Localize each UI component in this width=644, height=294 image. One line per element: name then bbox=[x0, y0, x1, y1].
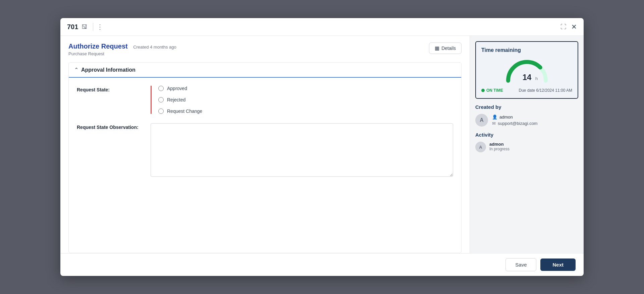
radio-approved-input[interactable] bbox=[158, 86, 164, 91]
radio-request-change[interactable]: Request Change bbox=[158, 108, 453, 114]
observation-value bbox=[151, 123, 453, 178]
form-fields: Request State: Approved Rejec bbox=[69, 78, 461, 196]
radio-approved[interactable]: Approved bbox=[158, 86, 453, 91]
form-scroll-area: ⌃ Approval Information Request State: bbox=[68, 62, 462, 253]
creator-email: support@bizagi.com bbox=[498, 121, 538, 126]
activity-title: Activity bbox=[475, 132, 578, 138]
created-by-section: Created by A 👤 admon ✉ support@bizagi.co… bbox=[470, 104, 584, 132]
details-button[interactable]: ▦ Details bbox=[429, 43, 462, 54]
section-header: ⌃ Approval Information bbox=[69, 63, 461, 78]
creator-row: A 👤 admon ✉ support@bizagi.com bbox=[475, 114, 578, 127]
radio-rejected-label: Rejected bbox=[167, 97, 185, 102]
creator-name-row: 👤 admon bbox=[492, 115, 538, 120]
svg-text:h: h bbox=[535, 76, 538, 81]
svg-text:14: 14 bbox=[522, 73, 531, 82]
creator-email-row: ✉ support@bizagi.com bbox=[492, 121, 538, 126]
activity-status: In progress bbox=[489, 147, 509, 151]
gauge-svg: 14 h bbox=[503, 57, 550, 84]
radio-request-change-label: Request Change bbox=[167, 108, 202, 114]
observation-label: Request State Observation: bbox=[77, 123, 151, 130]
save-button[interactable]: Save bbox=[505, 258, 536, 271]
header-action-icons: ⛶ ✕ bbox=[560, 23, 577, 31]
header-divider bbox=[93, 23, 93, 31]
radio-request-change-input[interactable] bbox=[158, 108, 164, 114]
modal-dialog: 701 🖫 ⋮ ⛶ ✕ Authorize Request Created 4 … bbox=[60, 18, 584, 276]
user-icon: 👤 bbox=[492, 115, 497, 120]
gauge-container: 14 h bbox=[481, 57, 572, 84]
activity-avatar: A bbox=[475, 142, 486, 152]
modal-body: Authorize Request Created 4 months ago P… bbox=[60, 36, 584, 253]
on-time-dot bbox=[481, 89, 485, 92]
details-grid-icon: ▦ bbox=[435, 45, 439, 51]
time-remaining-card: Time remaining 14 h bbox=[475, 41, 578, 99]
right-sidebar: Time remaining 14 h bbox=[470, 36, 584, 253]
request-state-value: Approved Rejected Request Change bbox=[151, 86, 453, 114]
next-button[interactable]: Next bbox=[540, 259, 576, 271]
radio-rejected-input[interactable] bbox=[158, 97, 164, 102]
radio-approved-label: Approved bbox=[167, 86, 187, 91]
activity-section: Activity A admon In progress bbox=[470, 132, 584, 152]
section-title: Approval Information bbox=[81, 67, 136, 73]
task-subtitle: Purchase Request bbox=[68, 51, 176, 56]
main-content: Authorize Request Created 4 months ago P… bbox=[60, 36, 470, 253]
save-disk-icon[interactable]: 🖫 bbox=[82, 23, 88, 30]
modal-overlay: 701 🖫 ⋮ ⛶ ✕ Authorize Request Created 4 … bbox=[0, 0, 644, 294]
activity-info: admon In progress bbox=[489, 142, 509, 151]
activity-name: admon bbox=[489, 142, 509, 147]
created-by-title: Created by bbox=[475, 104, 578, 110]
task-title-row: Authorize Request Created 4 months ago P… bbox=[68, 43, 462, 56]
on-time-label: ON TIME bbox=[486, 88, 503, 93]
time-status-row: ON TIME Due date 6/12/2024 11:00 AM bbox=[481, 88, 572, 93]
creator-name: admon bbox=[499, 115, 513, 120]
due-date-text: Due date 6/12/2024 11:00 AM bbox=[519, 88, 572, 93]
observation-field-row: Request State Observation: bbox=[77, 123, 453, 178]
task-created: Created 4 months ago bbox=[133, 45, 176, 50]
on-time-badge: ON TIME bbox=[481, 88, 503, 93]
email-icon: ✉ bbox=[492, 121, 496, 126]
section-toggle-icon[interactable]: ⌃ bbox=[74, 67, 78, 73]
maximize-icon[interactable]: ⛶ bbox=[560, 23, 567, 30]
task-title: Authorize Request bbox=[68, 43, 128, 50]
creator-avatar: A bbox=[475, 114, 488, 127]
observation-textarea[interactable] bbox=[151, 123, 453, 177]
modal-header: 701 🖫 ⋮ ⛶ ✕ bbox=[60, 18, 584, 36]
modal-footer: Save Next bbox=[60, 253, 584, 276]
request-state-radio-group: Approved Rejected Request Change bbox=[151, 86, 453, 114]
details-button-label: Details bbox=[441, 46, 456, 51]
task-info: Authorize Request Created 4 months ago P… bbox=[68, 43, 176, 56]
close-icon[interactable]: ✕ bbox=[571, 23, 577, 31]
more-options-icon[interactable]: ⋮ bbox=[97, 23, 104, 31]
radio-rejected[interactable]: Rejected bbox=[158, 97, 453, 102]
creator-info: 👤 admon ✉ support@bizagi.com bbox=[492, 115, 538, 126]
modal-id: 701 bbox=[67, 23, 78, 31]
time-remaining-title: Time remaining bbox=[481, 47, 572, 53]
request-state-label: Request State: bbox=[77, 86, 151, 92]
request-state-field-row: Request State: Approved Rejec bbox=[77, 86, 453, 114]
activity-item: A admon In progress bbox=[475, 142, 578, 152]
